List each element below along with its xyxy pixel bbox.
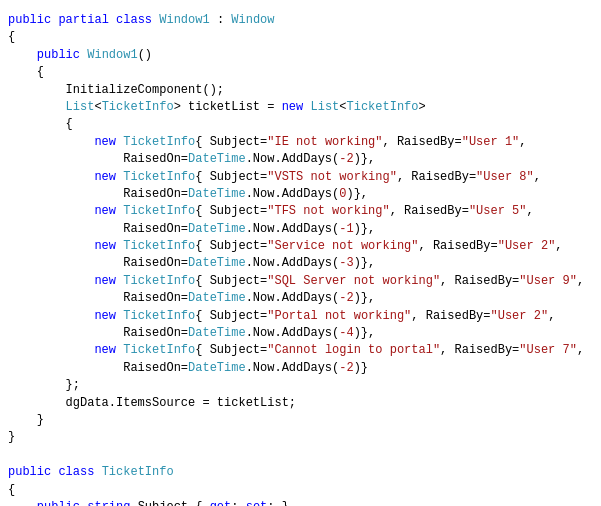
line-19: RaisedOn=DateTime.Now.AddDays(-4)}, — [8, 325, 593, 342]
line-12: new TicketInfo{ Subject="TFS not working… — [8, 203, 593, 220]
line-7: { — [8, 116, 593, 133]
line-18: new TicketInfo{ Subject="Portal not work… — [8, 308, 593, 325]
line-3: public Window1() — [8, 47, 593, 64]
code-editor: public partial class Window1 : Window { … — [0, 8, 601, 506]
line-27: public class TicketInfo — [8, 464, 593, 481]
line-21: RaisedOn=DateTime.Now.AddDays(-2)} — [8, 360, 593, 377]
line-28: { — [8, 482, 593, 499]
line-13: RaisedOn=DateTime.Now.AddDays(-1)}, — [8, 221, 593, 238]
line-14: new TicketInfo{ Subject="Service not wor… — [8, 238, 593, 255]
line-1: public partial class Window1 : Window — [8, 12, 593, 29]
line-29: public string Subject { get; set; } — [8, 499, 593, 506]
line-20: new TicketInfo{ Subject="Cannot login to… — [8, 342, 593, 359]
line-2: { — [8, 29, 593, 46]
line-5: InitializeComponent(); — [8, 82, 593, 99]
line-24: } — [8, 412, 593, 429]
line-6: List<TicketInfo> ticketList = new List<T… — [8, 99, 593, 116]
line-8: new TicketInfo{ Subject="IE not working"… — [8, 134, 593, 151]
line-17: RaisedOn=DateTime.Now.AddDays(-2)}, — [8, 290, 593, 307]
line-15: RaisedOn=DateTime.Now.AddDays(-3)}, — [8, 255, 593, 272]
line-4: { — [8, 64, 593, 81]
line-16: new TicketInfo{ Subject="SQL Server not … — [8, 273, 593, 290]
line-23: dgData.ItemsSource = ticketList; — [8, 395, 593, 412]
line-25: } — [8, 429, 593, 446]
line-10: new TicketInfo{ Subject="VSTS not workin… — [8, 169, 593, 186]
line-9: RaisedOn=DateTime.Now.AddDays(-2)}, — [8, 151, 593, 168]
line-11: RaisedOn=DateTime.Now.AddDays(0)}, — [8, 186, 593, 203]
line-26 — [8, 447, 593, 464]
line-22: }; — [8, 377, 593, 394]
